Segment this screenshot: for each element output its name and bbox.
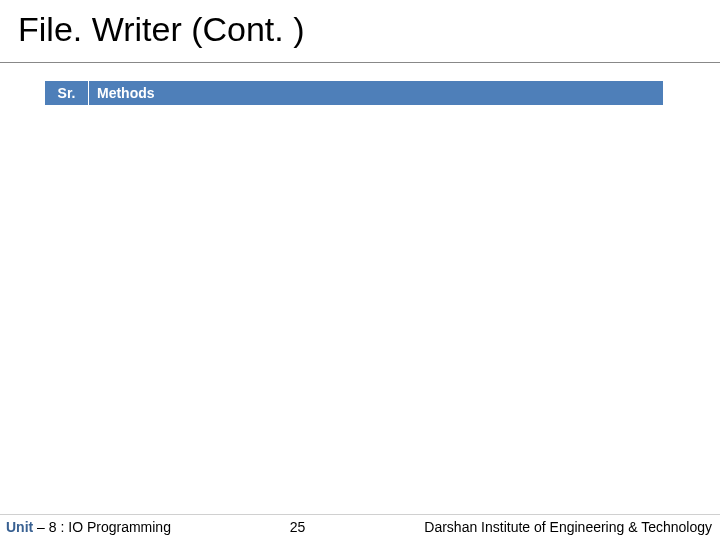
slide-title: File. Writer (Cont. ): [18, 10, 702, 53]
footer-page-number: 25: [171, 519, 424, 535]
title-underline: [0, 62, 720, 63]
methods-table-wrap: Sr. Methods: [44, 80, 664, 106]
title-area: File. Writer (Cont. ): [18, 10, 702, 53]
table-header: Sr. Methods: [45, 81, 664, 106]
footer-unit-rest: – 8 : IO Programming: [33, 519, 171, 535]
slide-footer: Unit – 8 : IO Programming 25 Darshan Ins…: [0, 514, 720, 540]
col-header-sr: Sr.: [45, 81, 89, 106]
slide: File. Writer (Cont. ) Sr. Methods Unit –…: [0, 0, 720, 540]
table-header-row: Sr. Methods: [45, 81, 664, 106]
col-header-methods: Methods: [89, 81, 664, 106]
footer-left: Unit – 8 : IO Programming: [6, 519, 171, 535]
methods-table: Sr. Methods: [44, 80, 664, 106]
footer-unit-word: Unit: [6, 519, 33, 535]
footer-institute: Darshan Institute of Engineering & Techn…: [424, 519, 712, 535]
